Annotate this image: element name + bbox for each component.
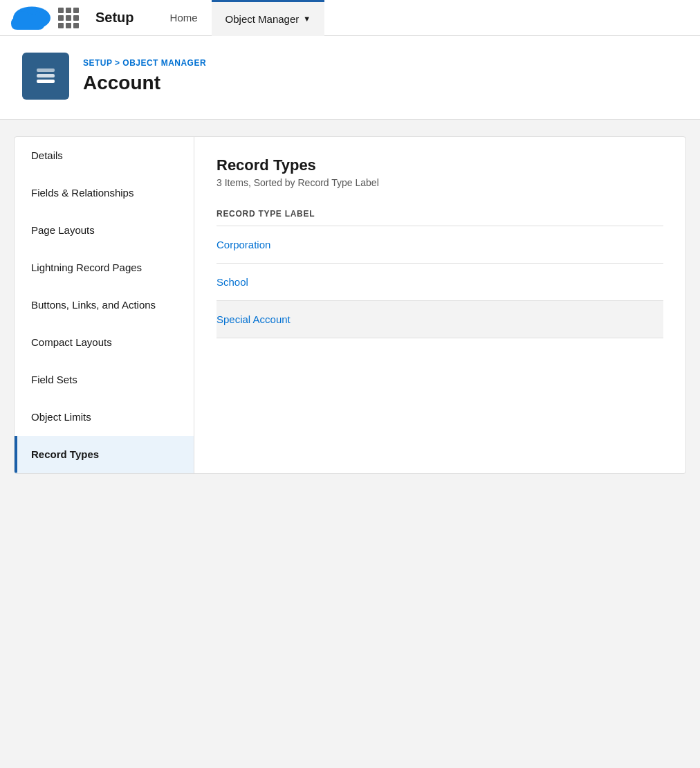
sidebar-item-record-types[interactable]: Record Types: [15, 436, 194, 473]
svg-rect-1: [37, 68, 55, 72]
svg-rect-2: [37, 74, 55, 77]
sidebar: Details Fields & Relationships Page Layo…: [15, 137, 194, 473]
breadcrumb: SETUP > OBJECT MANAGER: [83, 58, 206, 68]
sidebar-item-field-sets[interactable]: Field Sets: [15, 361, 194, 399]
sidebar-item-page-layouts[interactable]: Page Layouts: [15, 212, 194, 249]
sidebar-item-compact-layouts[interactable]: Compact Layouts: [15, 324, 194, 361]
sidebar-item-lightning-record-pages[interactable]: Lightning Record Pages: [15, 249, 194, 286]
sidebar-item-details[interactable]: Details: [15, 137, 194, 174]
table-row: School: [217, 264, 663, 301]
apps-grid-icon[interactable]: [58, 8, 79, 28]
top-navigation: Setup Home Object Manager ▼: [0, 0, 700, 36]
table-row: Corporation: [217, 226, 663, 264]
column-header-record-type-label: RECORD TYPE LABEL: [217, 202, 663, 226]
record-types-table: RECORD TYPE LABEL Corporation School: [217, 202, 663, 338]
header-text: SETUP > OBJECT MANAGER Account: [83, 58, 206, 94]
section-subtitle: 3 Items, Sorted by Record Type Label: [217, 177, 663, 188]
object-icon: [22, 53, 69, 100]
content-card: Details Fields & Relationships Page Layo…: [14, 136, 686, 474]
chevron-down-icon: ▼: [303, 15, 311, 23]
right-panel: Record Types 3 Items, Sorted by Record T…: [194, 137, 685, 473]
table-row: Special Account: [217, 301, 663, 338]
section-title: Record Types: [217, 156, 663, 174]
record-type-corporation-link[interactable]: Corporation: [217, 239, 270, 250]
tab-home[interactable]: Home: [156, 0, 212, 36]
page-title: Account: [83, 72, 206, 94]
record-type-school-link[interactable]: School: [217, 276, 248, 288]
sidebar-item-fields-relationships[interactable]: Fields & Relationships: [15, 174, 194, 212]
main-content: Details Fields & Relationships Page Layo…: [0, 120, 700, 491]
svg-rect-3: [37, 80, 55, 83]
sidebar-item-object-limits[interactable]: Object Limits: [15, 399, 194, 436]
nav-tabs: Home Object Manager ▼: [156, 0, 325, 36]
page-header: SETUP > OBJECT MANAGER Account: [0, 36, 700, 120]
sidebar-item-buttons-links-actions[interactable]: Buttons, Links, and Actions: [15, 286, 194, 324]
tab-object-manager[interactable]: Object Manager ▼: [212, 0, 325, 36]
salesforce-logo: [11, 4, 53, 32]
record-type-special-account-link[interactable]: Special Account: [217, 313, 291, 325]
app-title: Setup: [90, 10, 140, 26]
